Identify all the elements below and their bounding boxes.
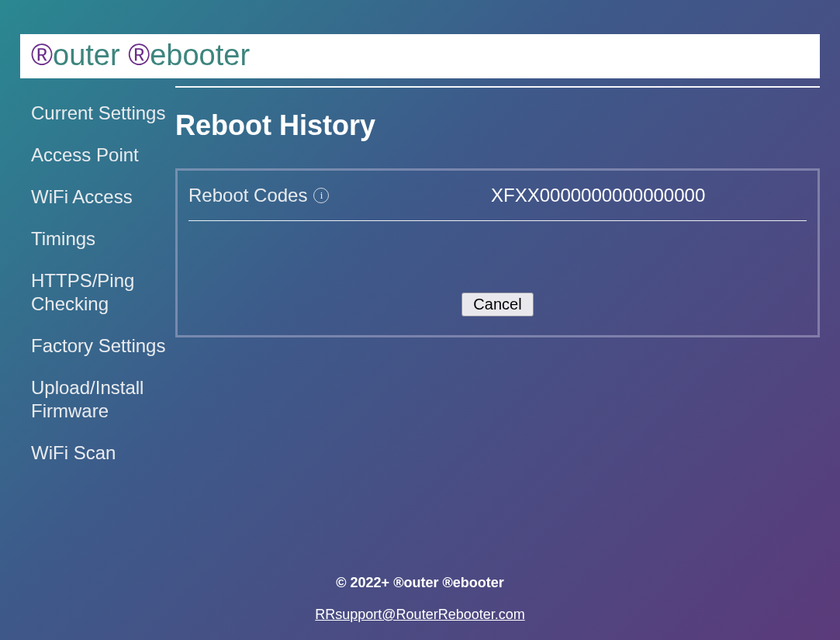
- reboot-codes-value: XFXX0000000000000000: [491, 185, 705, 206]
- sidebar-item-current-settings[interactable]: Current Settings: [31, 102, 175, 125]
- reboot-codes-label-text: Reboot Codes: [188, 185, 307, 206]
- copyright-text: © 2022+ ®outer ®ebooter: [0, 575, 840, 591]
- reboot-codes-label: Reboot Codes i: [188, 185, 491, 206]
- reboot-history-panel: Reboot Codes i XFXX0000000000000000 Canc…: [175, 168, 820, 337]
- info-icon[interactable]: i: [313, 188, 329, 203]
- header-bar: ®outer ®ebooter: [20, 34, 820, 78]
- sidebar-item-timings[interactable]: Timings: [31, 227, 175, 251]
- divider: [175, 86, 820, 88]
- button-row: Cancel: [188, 292, 807, 317]
- brand-reg-1: ®: [31, 39, 53, 71]
- brand-word-2: ebooter: [150, 39, 250, 71]
- footer: © 2022+ ®outer ®ebooter RRsupport@Router…: [0, 575, 840, 623]
- sidebar-item-wifi-access[interactable]: WiFi Access: [31, 185, 175, 209]
- support-email-link[interactable]: RRsupport@RouterRebooter.com: [315, 607, 524, 622]
- brand-title: ®outer ®ebooter: [31, 39, 250, 71]
- sidebar-item-wifi-scan[interactable]: WiFi Scan: [31, 441, 175, 465]
- page-title: Reboot History: [175, 109, 820, 142]
- sidebar-item-https-ping[interactable]: HTTPS/Ping Checking: [31, 269, 175, 316]
- sidebar-item-upload-firmware[interactable]: Upload/Install Firmware: [31, 376, 175, 423]
- cancel-button[interactable]: Cancel: [461, 292, 533, 317]
- brand-reg-2: ®: [128, 39, 150, 71]
- reboot-codes-row: Reboot Codes i XFXX0000000000000000: [188, 185, 807, 221]
- brand-word-1: outer: [53, 39, 128, 71]
- sidebar-item-factory-settings[interactable]: Factory Settings: [31, 334, 175, 358]
- main-content: Reboot History Reboot Codes i XFXX000000…: [175, 78, 820, 483]
- sidebar-item-access-point[interactable]: Access Point: [31, 144, 175, 167]
- sidebar: Current Settings Access Point WiFi Acces…: [20, 78, 175, 483]
